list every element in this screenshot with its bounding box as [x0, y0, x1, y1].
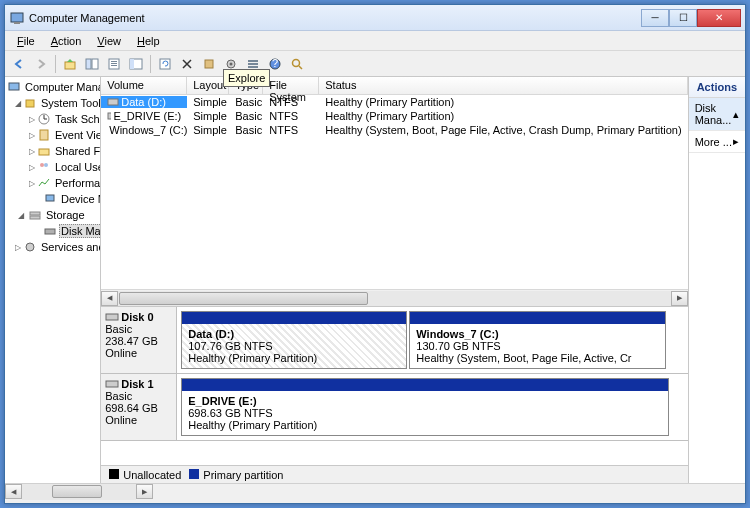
svg-rect-15 [248, 60, 258, 62]
minimize-button[interactable]: ─ [641, 9, 669, 27]
svg-rect-8 [111, 65, 117, 66]
svg-rect-23 [26, 100, 34, 107]
svg-rect-4 [92, 59, 98, 69]
explore-tooltip: Explore [223, 69, 270, 87]
tree-event[interactable]: ▷Event Viewer [5, 127, 100, 143]
console-tree-button[interactable] [126, 54, 146, 74]
center-panel: Volume Layout Type File System Status Da… [101, 77, 688, 483]
svg-rect-0 [11, 13, 23, 22]
up-button[interactable] [60, 54, 80, 74]
svg-rect-33 [30, 216, 40, 219]
menu-arrow-icon: ▸ [733, 135, 739, 148]
svg-rect-39 [106, 314, 118, 320]
bottom-scrollbar[interactable]: ◀ ▶ [5, 483, 745, 500]
titlebar[interactable]: Computer Management ─ ☐ ✕ [5, 5, 745, 31]
svg-rect-28 [39, 149, 49, 155]
svg-rect-40 [106, 381, 118, 387]
svg-rect-31 [46, 195, 54, 201]
volume-row[interactable]: Data (D:) Simple Basic NTFS Healthy (Pri… [101, 95, 687, 109]
col-volume[interactable]: Volume [101, 77, 187, 94]
svg-rect-36 [108, 99, 118, 105]
disk-label[interactable]: Disk 0 Basic 238.47 GB Online [101, 307, 177, 373]
actions-disk-management[interactable]: Disk Mana...▴ [689, 98, 745, 131]
toolbar: ? Explore [5, 51, 745, 77]
collapse-icon: ▴ [733, 108, 739, 121]
tree-shared[interactable]: ▷Shared Folders [5, 143, 100, 159]
app-icon [9, 10, 25, 26]
svg-rect-32 [30, 212, 40, 215]
svg-point-29 [40, 163, 44, 167]
svg-text:?: ? [272, 57, 278, 69]
maximize-button[interactable]: ☐ [669, 9, 697, 27]
partition[interactable]: Windows_7 (C:) 130.70 GB NTFS Healthy (S… [409, 311, 665, 369]
scroll-right-button[interactable]: ▶ [136, 484, 153, 499]
explore-button[interactable] [287, 54, 307, 74]
actions-more[interactable]: More ...▸ [689, 131, 745, 153]
col-fs[interactable]: File System [263, 77, 319, 94]
actions-pane: Actions Disk Mana...▴ More ...▸ [689, 77, 745, 483]
refresh-button[interactable] [155, 54, 175, 74]
svg-point-14 [230, 62, 233, 65]
menu-help[interactable]: Help [129, 33, 168, 49]
forward-button[interactable] [31, 54, 51, 74]
disk-map: Disk 0 Basic 238.47 GB Online Data (D:) … [101, 306, 687, 465]
legend-unallocated: Unallocated [109, 469, 181, 481]
delete-button[interactable] [177, 54, 197, 74]
svg-line-21 [299, 66, 302, 69]
disk-row[interactable]: Disk 0 Basic 238.47 GB Online Data (D:) … [101, 307, 687, 374]
svg-rect-7 [111, 63, 117, 64]
legend-primary: Primary partition [189, 469, 283, 481]
window-title: Computer Management [29, 12, 641, 24]
volume-scrollbar[interactable]: ◀ ▶ [101, 289, 687, 306]
back-button[interactable] [9, 54, 29, 74]
volume-list-header: Volume Layout Type File System Status [101, 77, 687, 95]
tree-devmgr[interactable]: Device Manager [5, 191, 100, 207]
svg-rect-6 [111, 61, 117, 62]
tree-services[interactable]: ▷Services and Applications [5, 239, 100, 255]
scroll-left-button[interactable]: ◀ [101, 291, 118, 306]
svg-rect-22 [9, 83, 19, 90]
menubar: File Action View Help [5, 31, 745, 51]
close-button[interactable]: ✕ [697, 9, 741, 27]
tree-root[interactable]: Computer Management (Local [5, 79, 100, 95]
svg-rect-27 [40, 130, 48, 140]
svg-rect-3 [86, 59, 91, 69]
tree-storage[interactable]: ◢Storage [5, 207, 100, 223]
tree-systools[interactable]: ◢System Tools [5, 95, 100, 111]
svg-rect-12 [205, 60, 213, 68]
tree-perf[interactable]: ▷Performance [5, 175, 100, 191]
show-hide-tree-button[interactable] [82, 54, 102, 74]
col-status[interactable]: Status [319, 77, 687, 94]
legend: Unallocated Primary partition [101, 465, 687, 483]
actions-header: Actions [689, 77, 745, 98]
svg-point-30 [44, 163, 48, 167]
svg-rect-1 [14, 22, 20, 24]
computer-management-window: Computer Management ─ ☐ ✕ File Action Vi… [4, 4, 746, 504]
properties-button[interactable] [104, 54, 124, 74]
volume-list[interactable]: Volume Layout Type File System Status Da… [101, 77, 687, 289]
navigation-tree[interactable]: Computer Management (Local ◢System Tools… [5, 77, 101, 483]
tree-task[interactable]: ▷Task Scheduler [5, 111, 100, 127]
volume-row[interactable]: Windows_7 (C:) Simple Basic NTFS Healthy… [101, 123, 687, 137]
menu-file[interactable]: File [9, 33, 43, 49]
svg-rect-10 [130, 59, 134, 69]
partition[interactable]: E_DRIVE (E:) 698.63 GB NTFS Healthy (Pri… [181, 378, 668, 436]
scroll-left-button[interactable]: ◀ [5, 484, 22, 499]
svg-rect-17 [248, 66, 258, 68]
scroll-right-button[interactable]: ▶ [671, 291, 688, 306]
svg-point-20 [293, 59, 300, 66]
disk-label[interactable]: Disk 1 Basic 698.64 GB Online [101, 374, 177, 440]
svg-rect-37 [108, 113, 111, 119]
menu-action[interactable]: Action [43, 33, 90, 49]
svg-rect-34 [45, 229, 55, 234]
tree-diskmgmt[interactable]: Disk Management [5, 223, 100, 239]
svg-rect-11 [160, 59, 170, 69]
menu-view[interactable]: View [89, 33, 129, 49]
tree-users[interactable]: ▷Local Users and Groups [5, 159, 100, 175]
action1-button[interactable] [199, 54, 219, 74]
volume-row[interactable]: E_DRIVE (E:) Simple Basic NTFS Healthy (… [101, 109, 687, 123]
svg-rect-16 [248, 63, 258, 65]
partition[interactable]: Data (D:) 107.76 GB NTFS Healthy (Primar… [181, 311, 407, 369]
disk-row[interactable]: Disk 1 Basic 698.64 GB Online E_DRIVE (E… [101, 374, 687, 441]
svg-point-35 [26, 243, 34, 251]
